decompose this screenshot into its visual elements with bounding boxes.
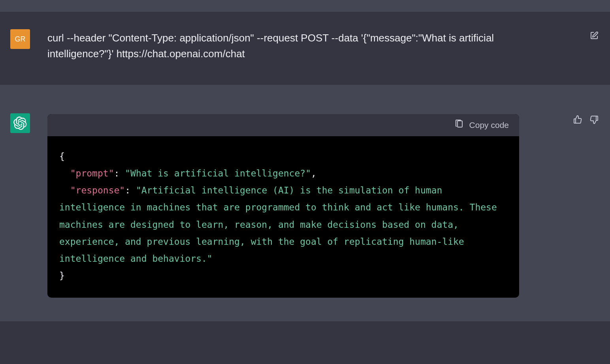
- assistant-message-row: Copy code { "prompt": "What is artificia…: [0, 85, 610, 322]
- code-key-prompt: "prompt": [70, 168, 114, 178]
- code-val-response: "Artificial intelligence (AI) is the sim…: [59, 185, 503, 264]
- user-message-actions: [564, 29, 600, 62]
- svg-rect-0: [458, 121, 462, 127]
- code-brace-close: }: [59, 270, 65, 281]
- clipboard-icon: [454, 119, 464, 131]
- code-val-prompt: "What is artificial intelligence?": [125, 168, 311, 178]
- thumbs-up-icon[interactable]: [572, 114, 583, 125]
- user-avatar-initials: GR: [15, 35, 26, 43]
- code-block-header: Copy code: [47, 114, 519, 136]
- top-strip: [0, 0, 610, 12]
- user-message-content: curl --header "Content-Type: application…: [47, 29, 547, 62]
- code-key-response: "response": [70, 185, 125, 195]
- user-message-row: GR curl --header "Content-Type: applicat…: [0, 12, 610, 85]
- copy-code-button[interactable]: Copy code: [454, 119, 509, 131]
- code-comma: ,: [311, 168, 316, 178]
- assistant-message-actions: [564, 113, 600, 298]
- code-colon: :: [114, 168, 125, 178]
- thumbs-down-icon[interactable]: [589, 114, 600, 125]
- edit-icon[interactable]: [589, 30, 600, 41]
- code-block: Copy code { "prompt": "What is artificia…: [47, 114, 519, 298]
- code-brace-open: {: [59, 151, 65, 161]
- code-block-body: { "prompt": "What is artificial intellig…: [47, 136, 519, 298]
- openai-logo-icon: [13, 116, 27, 130]
- assistant-message-content: Copy code { "prompt": "What is artificia…: [47, 113, 547, 298]
- assistant-avatar: [10, 113, 30, 133]
- copy-code-label: Copy code: [469, 120, 509, 130]
- code-colon: :: [125, 185, 136, 195]
- user-message-text: curl --header "Content-Type: application…: [47, 30, 547, 62]
- user-avatar: GR: [10, 29, 30, 49]
